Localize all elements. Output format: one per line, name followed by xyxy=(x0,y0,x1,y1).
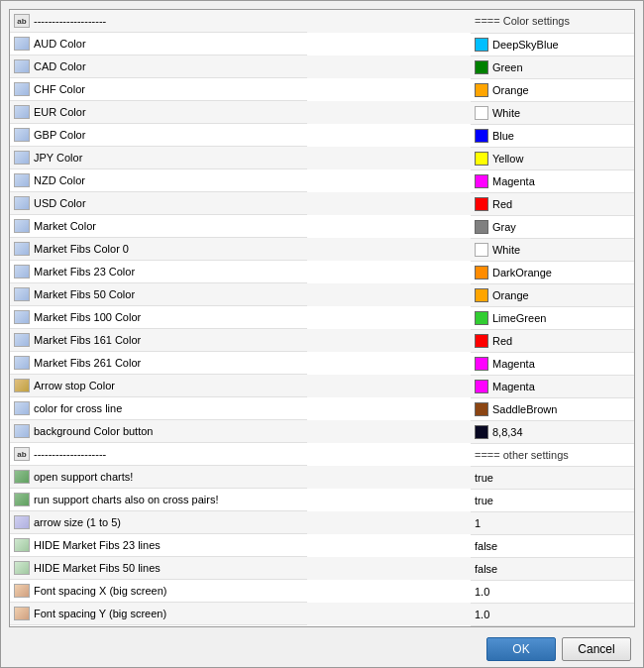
color-swatch[interactable] xyxy=(475,106,488,120)
color-swatch[interactable] xyxy=(475,288,488,302)
table-row[interactable]: USD ColorRed xyxy=(10,192,634,215)
row-label: EUR Color xyxy=(34,106,86,118)
table-row[interactable]: Market Fibs 50 ColorOrange xyxy=(10,283,634,306)
label-cell: JPY Color xyxy=(14,148,82,167)
row-label: background Color button xyxy=(34,425,153,437)
label-cell: color for cross line xyxy=(14,398,122,418)
row-value: ==== Color settings xyxy=(475,15,570,27)
table-row[interactable]: color for cross lineSaddleBrown xyxy=(10,397,634,420)
color-swatch[interactable] xyxy=(475,152,488,166)
table-row[interactable]: Market Fibs 161 ColorRed xyxy=(10,329,634,352)
chart-icon xyxy=(14,493,30,506)
row-value: Orange xyxy=(492,84,529,96)
label-cell: Market Fibs Color 0 xyxy=(14,239,129,259)
value-cell: 1.0 xyxy=(475,586,630,598)
table-scroll-area[interactable]: ab--------------------==== Color setting… xyxy=(10,10,634,626)
table-row[interactable]: Market ColorGray xyxy=(10,215,634,238)
row-label: NZD Color xyxy=(34,174,85,186)
row-value: Orange xyxy=(492,289,529,301)
row-label: Market Fibs 161 Color xyxy=(34,334,141,346)
table-row[interactable]: NZD ColorMagenta xyxy=(10,169,634,192)
cancel-button[interactable]: Cancel xyxy=(562,637,631,661)
table-row[interactable]: Market Fibs 261 ColorMagenta xyxy=(10,352,634,375)
color-chart-icon xyxy=(14,82,30,96)
table-row[interactable]: Market Fibs Color 0White xyxy=(10,238,634,261)
color-chart-icon xyxy=(14,196,30,210)
table-row[interactable]: ab--------------------==== Color setting… xyxy=(10,10,634,33)
color-chart-icon xyxy=(14,265,30,278)
color-chart-icon xyxy=(14,128,30,142)
table-row[interactable]: abLabel fontArial Black xyxy=(10,625,634,626)
color-chart-icon xyxy=(14,333,30,347)
value-cell: true xyxy=(475,472,630,484)
row-value: SaddleBrown xyxy=(492,403,557,415)
table-row[interactable]: Market Fibs 23 ColorDarkOrange xyxy=(10,261,634,283)
table-row[interactable]: Market Fibs 100 ColorLimeGreen xyxy=(10,306,634,329)
value-cell: Yellow xyxy=(475,152,630,166)
color-chart-icon xyxy=(14,105,30,119)
row-label: Market Color xyxy=(34,220,96,232)
color-swatch[interactable] xyxy=(475,220,488,234)
color-swatch[interactable] xyxy=(475,197,488,211)
table-row[interactable]: AUD ColorDeepSkyBlue xyxy=(10,33,634,56)
row-value: Magenta xyxy=(492,381,535,392)
color-swatch[interactable] xyxy=(475,38,488,52)
chart-icon xyxy=(14,470,30,484)
settings-table: ab--------------------==== Color setting… xyxy=(10,10,634,626)
row-value: Magenta xyxy=(492,175,535,187)
row-label: Font spacing X (big screen) xyxy=(34,585,167,597)
table-row[interactable]: background Color button8,8,34 xyxy=(10,420,634,443)
label-cell: background Color button xyxy=(14,421,153,441)
row-value: DeepSkyBlue xyxy=(492,39,559,51)
color-swatch[interactable] xyxy=(475,402,488,416)
settings-table-container: ab--------------------==== Color setting… xyxy=(9,9,635,627)
table-row[interactable]: HIDE Market Fibs 23 linesfalse xyxy=(10,534,634,557)
ok-button[interactable]: OK xyxy=(486,637,556,661)
color-swatch[interactable] xyxy=(475,129,488,143)
table-row[interactable]: arrow size (1 to 5)1 xyxy=(10,511,634,534)
row-label: Market Fibs 23 Color xyxy=(34,266,135,278)
table-row[interactable]: JPY ColorYellow xyxy=(10,147,634,169)
color-swatch[interactable] xyxy=(475,425,488,439)
color-swatch[interactable] xyxy=(475,266,488,279)
table-row[interactable]: EUR ColorWhite xyxy=(10,101,634,124)
color-swatch[interactable] xyxy=(475,243,488,257)
table-row[interactable]: Arrow stop ColorMagenta xyxy=(10,375,634,397)
table-row[interactable]: Font spacing Y (big screen)1.0 xyxy=(10,603,634,625)
row-label: USD Color xyxy=(34,197,86,209)
label-cell: EUR Color xyxy=(14,102,86,122)
table-row[interactable]: CHF ColorOrange xyxy=(10,78,634,101)
color-swatch[interactable] xyxy=(475,60,488,74)
color-swatch[interactable] xyxy=(475,83,488,97)
table-row[interactable]: ab--------------------==== other setting… xyxy=(10,443,634,466)
label-cell: arrow size (1 to 5) xyxy=(14,512,121,532)
row-label: Market Fibs 261 Color xyxy=(34,357,141,369)
row-label: CAD Color xyxy=(34,60,86,72)
table-row[interactable]: HIDE Market Fibs 50 linesfalse xyxy=(10,557,634,580)
label-cell: HIDE Market Fibs 23 lines xyxy=(14,535,161,555)
color-swatch[interactable] xyxy=(475,174,488,188)
table-row[interactable]: CAD ColorGreen xyxy=(10,56,634,78)
label-cell: GBP Color xyxy=(14,125,85,145)
table-row[interactable]: open support charts!true xyxy=(10,466,634,489)
settings-dialog: ab--------------------==== Color setting… xyxy=(0,0,644,668)
label-cell: open support charts! xyxy=(14,467,133,487)
row-value: Green xyxy=(492,61,523,73)
table-row[interactable]: GBP ColorBlue xyxy=(10,124,634,147)
value-cell: Magenta xyxy=(475,357,630,371)
color-swatch[interactable] xyxy=(475,334,488,348)
value-cell: Gray xyxy=(475,220,630,234)
label-cell: AUD Color xyxy=(14,34,86,54)
color-swatch[interactable] xyxy=(475,357,488,371)
font-icon xyxy=(14,584,30,598)
color-swatch[interactable] xyxy=(475,311,488,325)
color-swatch[interactable] xyxy=(475,380,488,393)
row-value: LimeGreen xyxy=(492,312,546,324)
value-cell: Magenta xyxy=(475,380,630,393)
label-cell: Market Color xyxy=(14,216,96,236)
ab-icon: ab xyxy=(14,447,30,461)
table-row[interactable]: Font spacing X (big screen)1.0 xyxy=(10,580,634,603)
value-cell: Red xyxy=(475,334,630,348)
color-chart-icon xyxy=(14,310,30,324)
table-row[interactable]: run support charts also on cross pairs!t… xyxy=(10,489,634,511)
